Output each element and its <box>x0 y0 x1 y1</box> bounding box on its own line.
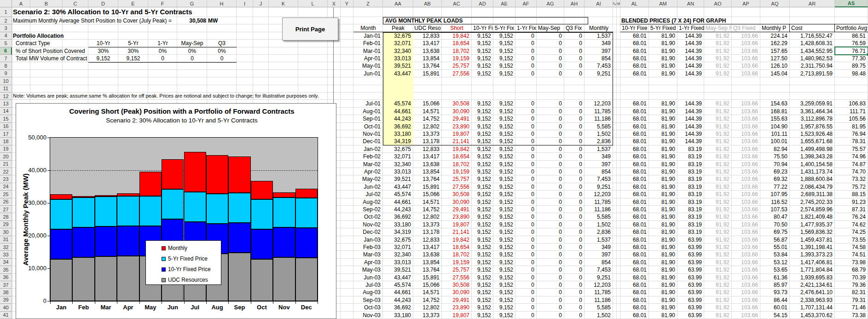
cell-AD39[interactable]: 9,152 <box>472 296 493 304</box>
cell-AI30[interactable]: 2,836 <box>584 228 613 236</box>
cell-AQ28[interactable]: 80.47 <box>760 213 790 220</box>
cell-AO36[interactable]: 91.92 <box>704 274 732 281</box>
cell-AH8[interactable]: 0 <box>564 62 584 70</box>
cell-AQ4[interactable]: 224.14 <box>760 32 790 40</box>
cell-AI21[interactable]: 397 <box>584 161 613 168</box>
cell-AF3[interactable]: 1-Yr Fix <box>515 24 537 32</box>
column-header-AA[interactable]: AA <box>383 0 413 7</box>
cell-AD20[interactable]: 9,152 <box>472 153 493 160</box>
cell-G5[interactable]: May-Sep <box>177 40 207 47</box>
cell-AO31[interactable]: 91.92 <box>704 236 732 244</box>
column-header-AL[interactable]: AL <box>620 0 649 7</box>
cell-AP24[interactable]: 103.66 <box>732 183 760 191</box>
row-header-21[interactable]: 21 <box>0 161 12 168</box>
cell-AA6[interactable]: 32,340 <box>383 47 413 55</box>
cell-AQ34[interactable]: 53.12 <box>760 259 790 266</box>
cell-AD7[interactable]: 9,152 <box>472 55 493 62</box>
cell-AB36[interactable]: 15,891 <box>413 274 442 281</box>
cell-AL40[interactable]: 68.01 <box>620 304 649 311</box>
row-header-8[interactable]: 8 <box>0 62 12 70</box>
cell-AL20[interactable]: 68.01 <box>620 153 649 160</box>
cell-AM37[interactable]: 81.90 <box>649 281 677 289</box>
cell-AD22[interactable]: 9,152 <box>472 168 493 175</box>
cell-AB18[interactable]: 13,178 <box>413 138 442 145</box>
cell-AQ36[interactable]: 61.36 <box>760 274 790 281</box>
cell-AM30[interactable]: 81.90 <box>649 228 677 236</box>
column-header-AJ[interactable]: AJ <box>613 0 617 7</box>
cell-AM24[interactable]: 81.90 <box>649 183 677 191</box>
cell-D5[interactable]: 10-Yr <box>88 40 118 47</box>
fill-handle[interactable] <box>866 53 868 56</box>
cell-AA40[interactable]: 36,692 <box>383 304 413 311</box>
cell-Z21[interactable]: Mar-02 <box>353 161 383 168</box>
cell-AS35[interactable]: 68.79 <box>835 266 868 273</box>
row-header-30[interactable]: 30 <box>0 228 12 236</box>
cell-AQ19[interactable]: 82.94 <box>760 145 790 153</box>
cell-AG5[interactable]: 0 <box>537 40 564 47</box>
cell-AH14[interactable]: 0 <box>564 108 584 115</box>
cell-AS9[interactable]: 98.48 <box>835 70 868 77</box>
cell-AD13[interactable]: 9,152 <box>472 100 493 107</box>
cell-AO7[interactable]: 91.92 <box>704 55 732 62</box>
cell-AG3[interactable]: May-Sep <box>537 24 564 32</box>
cell-AA19[interactable]: 32,675 <box>383 145 413 153</box>
cell-AH26[interactable]: 0 <box>564 198 584 206</box>
cell-AP36[interactable]: 103.66 <box>732 274 760 281</box>
cell-AS39[interactable]: 79.31 <box>835 296 868 304</box>
cell-AA28[interactable]: 36,692 <box>383 213 413 220</box>
cell-AI8[interactable]: 7,453 <box>584 62 613 70</box>
cell-AO37[interactable]: 91.92 <box>704 281 732 289</box>
cell-AI35[interactable]: 7,453 <box>584 266 613 273</box>
cell-AO17[interactable]: 91.92 <box>704 130 732 138</box>
row-header-40[interactable]: 40 <box>0 304 12 311</box>
cell-AA18[interactable]: 34,319 <box>383 138 413 145</box>
cell-AE32[interactable]: 9,152 <box>493 244 515 251</box>
cell-AC41[interactable]: 19,807 <box>442 312 472 319</box>
cell-AB37[interactable]: 15,066 <box>413 281 442 289</box>
cell-AR8[interactable]: 2,311,750.94 <box>790 62 835 70</box>
cell-AB39[interactable]: 14,752 <box>413 296 442 304</box>
cell-AC26[interactable]: 30,090 <box>442 198 472 206</box>
column-header-AP[interactable]: AP <box>732 0 760 7</box>
cell-AR3[interactable]: Cost <box>790 24 835 32</box>
cell-AA21[interactable]: 32,340 <box>383 161 413 168</box>
cell-AA35[interactable]: 39,521 <box>383 266 413 273</box>
cell-AL15[interactable]: 68.01 <box>620 115 649 122</box>
cell-AG40[interactable]: 0 <box>537 304 564 311</box>
cell-F7[interactable]: 0 <box>148 55 177 62</box>
cell-AC38[interactable]: 30,090 <box>442 289 472 296</box>
row-header-23[interactable]: 23 <box>0 175 12 183</box>
cell-AO28[interactable]: 91.92 <box>704 213 732 220</box>
cell-AA34[interactable]: 33,013 <box>383 259 413 266</box>
cell-Z13[interactable]: Jul-01 <box>353 100 383 107</box>
cell-AM9[interactable]: 81.90 <box>649 70 677 77</box>
cell-AB17[interactable]: 13,373 <box>413 130 442 138</box>
cell-AG24[interactable]: 0 <box>537 183 564 191</box>
row-header-14[interactable]: 14 <box>0 108 12 115</box>
cell-Z30[interactable]: Dec-02 <box>353 228 383 236</box>
cell-AM17[interactable]: 81.90 <box>649 130 677 138</box>
cell-AP3[interactable]: Q3 Fixed <box>732 24 760 32</box>
row-header-9[interactable]: 9 <box>0 70 12 77</box>
cell-AQ5[interactable]: 162.29 <box>760 40 790 47</box>
cell-AH27[interactable]: 0 <box>564 206 584 213</box>
cell-AP14[interactable]: 103.66 <box>732 108 760 115</box>
cell-Z9[interactable]: Jun-01 <box>353 70 383 77</box>
column-header-AQ[interactable]: AQ <box>760 0 790 7</box>
cell-AC17[interactable]: 19,807 <box>442 130 472 138</box>
cell-AN16[interactable]: 144.39 <box>677 123 704 130</box>
cell-AM31[interactable]: 81.90 <box>649 236 677 244</box>
cell-AB26[interactable]: 14,571 <box>413 198 442 206</box>
print-page-button[interactable]: Print Page <box>282 17 338 41</box>
cell-AN19[interactable]: 83.19 <box>677 145 704 153</box>
cell-AL7[interactable]: 68.01 <box>620 55 649 62</box>
cell-AE29[interactable]: 9,152 <box>493 221 515 228</box>
cell-AG19[interactable]: 0 <box>537 145 564 153</box>
cell-AM38[interactable]: 81.90 <box>649 289 677 296</box>
cell-AO4[interactable]: 91.92 <box>704 32 732 40</box>
cell-AM33[interactable]: 81.90 <box>649 251 677 258</box>
cell-AA7[interactable]: 33,013 <box>383 55 413 62</box>
cell-AL39[interactable]: 68.01 <box>620 296 649 304</box>
cell-AP29[interactable]: 103.66 <box>732 221 760 228</box>
cell-AC16[interactable]: 23,890 <box>442 123 472 130</box>
